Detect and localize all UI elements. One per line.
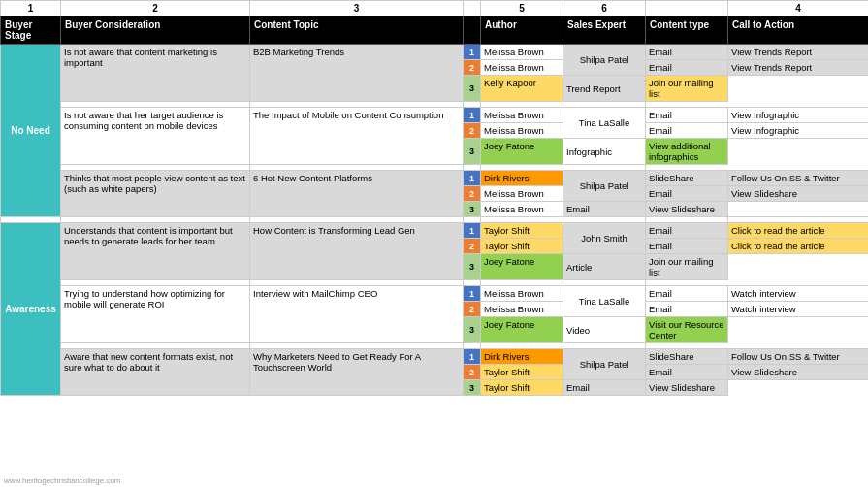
header-content-type: Content type — [646, 16, 728, 45]
content-type-cell: SlideShare — [646, 349, 728, 365]
topic-cell: How Content is Transforming Lead Gen — [250, 223, 464, 280]
sales-expert-cell: Tina LaSalle — [563, 108, 646, 139]
topic-cell: 6 Hot New Content Platforms — [250, 171, 464, 217]
header-buyer-consideration: Buyer Consideration — [61, 16, 250, 45]
cta-cell: View Slideshare — [646, 380, 728, 396]
consideration-cell: Trying to understand how optimizing for … — [61, 286, 250, 343]
author-cell: Joey Fatone — [481, 139, 563, 165]
buyer-stage-cell: Awareness — [1, 223, 61, 396]
author-cell: Melissa Brown — [481, 60, 563, 76]
row-number: 3 — [464, 254, 481, 280]
cta-cell: Join our mailing list — [646, 76, 728, 102]
cta-cell: View Trends Report — [728, 45, 869, 60]
author-cell: Melissa Brown — [481, 123, 563, 139]
author-cell: Taylor Shift — [481, 380, 563, 396]
content-type-cell: Email — [646, 60, 728, 76]
col-num-2: 2 — [61, 1, 250, 16]
cta-cell: View Slideshare — [728, 186, 869, 202]
content-type-cell: Video — [563, 317, 646, 343]
author-cell: Kelly Kapoor — [481, 76, 563, 102]
cta-cell: Watch interview — [728, 302, 869, 317]
col-num-6: 6 — [563, 1, 646, 16]
row-number: 2 — [464, 186, 481, 202]
watermark: www.heritogechristiancollege.com — [4, 476, 121, 485]
buyer-stage-cell: No Need — [1, 45, 61, 217]
sales-expert-cell: Shilpa Patel — [563, 349, 646, 380]
author-cell: Joey Fatone — [481, 317, 563, 343]
row-number: 1 — [464, 286, 481, 302]
col-num-4: 4 — [728, 1, 869, 16]
table-body: No NeedIs not aware that content marketi… — [1, 45, 869, 396]
header-cta: Call to Action — [728, 16, 869, 45]
cta-cell: Click to read the article — [728, 223, 869, 239]
content-type-cell: Email — [646, 365, 728, 380]
author-cell: Dirk Rivers — [481, 349, 563, 365]
header-blank — [464, 16, 481, 45]
cta-cell: View additional infographics — [646, 139, 728, 165]
content-type-cell: Email — [563, 380, 646, 396]
row-number: 3 — [464, 76, 481, 102]
author-cell: Melissa Brown — [481, 45, 563, 60]
row-number: 3 — [464, 317, 481, 343]
row-number: 3 — [464, 202, 481, 217]
cta-cell: View Trends Report — [728, 60, 869, 76]
cta-cell: View Slideshare — [646, 202, 728, 217]
column-numbers-row: 1 2 3 5 6 4 — [1, 1, 869, 16]
content-type-cell: SlideShare — [646, 171, 728, 186]
row-number: 2 — [464, 239, 481, 254]
sales-expert-cell: Shilpa Patel — [563, 45, 646, 76]
header-content-topic: Content Topic — [250, 16, 464, 45]
cta-cell: Visit our Resource Center — [646, 317, 728, 343]
row-number: 2 — [464, 302, 481, 317]
consideration-cell: Thinks that most people view content as … — [61, 171, 250, 217]
cta-cell: Watch interview — [728, 286, 869, 302]
content-type-cell: Email — [646, 302, 728, 317]
col-num-3: 3 — [250, 1, 464, 16]
row-number: 3 — [464, 139, 481, 165]
author-cell: Melissa Brown — [481, 302, 563, 317]
author-cell: Dirk Rivers — [481, 171, 563, 186]
cta-cell: View Slideshare — [728, 365, 869, 380]
col-num-1: 1 — [1, 1, 61, 16]
sales-expert-cell: Shilpa Patel — [563, 171, 646, 202]
author-cell: Joey Fatone — [481, 254, 563, 280]
cta-cell: View Infographic — [728, 108, 869, 123]
content-matrix: 1 2 3 5 6 4 Buyer Stage Buyer Considerat… — [0, 0, 868, 487]
consideration-cell: Is not aware that her target audience is… — [61, 108, 250, 165]
cta-cell: Follow Us On SS & Twitter — [728, 349, 869, 365]
row-number: 2 — [464, 123, 481, 139]
table-row: AwarenessUnderstands that content is imp… — [1, 223, 869, 239]
author-cell: Taylor Shift — [481, 239, 563, 254]
table-row: Trying to understand how optimizing for … — [1, 286, 869, 302]
content-type-cell: Email — [646, 186, 728, 202]
content-type-cell: Trend Report — [563, 76, 646, 102]
row-number: 2 — [464, 365, 481, 380]
row-number: 1 — [464, 223, 481, 239]
content-type-cell: Article — [563, 254, 646, 280]
sales-expert-cell: Tina LaSalle — [563, 286, 646, 317]
author-cell: Melissa Brown — [481, 202, 563, 217]
col-num-blank1 — [464, 1, 481, 16]
table-row: Aware that new content formats exist, no… — [1, 349, 869, 365]
col-num-blank2 — [646, 1, 728, 16]
row-number: 3 — [464, 380, 481, 396]
author-cell: Melissa Brown — [481, 186, 563, 202]
cta-cell: Click to read the article — [728, 239, 869, 254]
cta-cell: Join our mailing list — [646, 254, 728, 280]
topic-cell: B2B Marketing Trends — [250, 45, 464, 102]
content-type-cell: Email — [646, 108, 728, 123]
consideration-cell: Understands that content is important bu… — [61, 223, 250, 280]
content-type-cell: Email — [646, 239, 728, 254]
consideration-cell: Is not aware that content marketing is i… — [61, 45, 250, 102]
table-row: No NeedIs not aware that content marketi… — [1, 45, 869, 60]
row-number: 2 — [464, 60, 481, 76]
author-cell: Taylor Shift — [481, 365, 563, 380]
cta-cell: Follow Us On SS & Twitter — [728, 171, 869, 186]
row-number: 1 — [464, 349, 481, 365]
content-type-cell: Email — [646, 123, 728, 139]
row-number: 1 — [464, 108, 481, 123]
col-num-5: 5 — [481, 1, 563, 16]
header-buyer-stage: Buyer Stage — [1, 16, 61, 45]
row-number: 1 — [464, 171, 481, 186]
row-number: 1 — [464, 45, 481, 60]
